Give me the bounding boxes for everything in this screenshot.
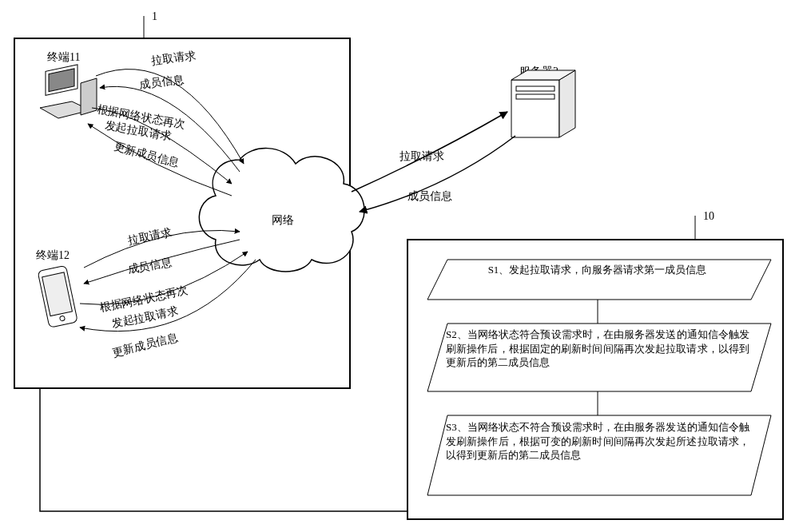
lbl-t11-upd: 更新成员信息 — [113, 140, 181, 169]
network-label: 网络 — [272, 214, 294, 226]
flow-s2-text: S2、当网络状态符合预设需求时，在由服务器发送的通知信令触发刷新操作后，根据固定… — [446, 328, 749, 370]
ref-system: 1 — [152, 10, 157, 22]
lbl-t12-member: 成员信息 — [127, 256, 173, 275]
terminal-11-label: 终端11 — [47, 51, 80, 63]
flow-step-s1: S1、发起拉取请求，向服务器请求第一成员信息 — [427, 260, 771, 300]
lbl-cs-pull: 拉取请求 — [400, 150, 444, 162]
flow-s1-text: S1、发起拉取请求，向服务器请求第一成员信息 — [447, 264, 747, 277]
lbl-t12-upd: 更新成员信息 — [111, 332, 179, 359]
flow-step-s3: S3、当网络状态不符合预设需求时，在由服务器发送的通知信令触发刷新操作后，根据可… — [427, 415, 771, 495]
lbl-t11-member: 成员信息 — [138, 73, 185, 92]
connector-line — [40, 388, 407, 511]
lbl-sc-member: 成员信息 — [407, 190, 452, 202]
ref-flow: 10 — [703, 210, 714, 222]
server-icon: 服务器2 — [511, 66, 575, 137]
flow-s3-text: S3、当网络状态不符合预设需求时，在由服务器发送的通知信令触发刷新操作后，根据可… — [446, 420, 749, 463]
terminal-12-icon: 终端12 — [36, 249, 78, 328]
flow-step-s2: S2、当网络状态符合预设需求时，在由服务器发送的通知信令触发刷新操作后，根据固定… — [427, 324, 771, 391]
lbl-t11-pull: 拉取请求 — [150, 50, 197, 68]
terminal-11-icon: 终端11 — [40, 51, 97, 118]
network-cloud: 网络 — [199, 149, 364, 272]
terminal-12-label: 终端12 — [36, 249, 70, 261]
lbl-t12-pull: 拉取请求 — [126, 226, 173, 247]
